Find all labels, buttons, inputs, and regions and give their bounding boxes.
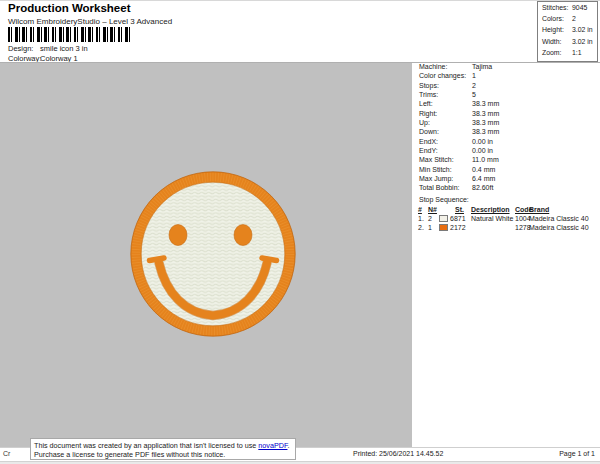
detail-value: 11.0 mm bbox=[472, 156, 499, 163]
machine-details-panel: Machine:Tajima Color changes:1 Stops:2 T… bbox=[415, 63, 600, 194]
detail-label: Max Jump: bbox=[419, 175, 453, 182]
clipped-text: Cr bbox=[3, 450, 10, 457]
seq-brand: Madeira Classic 40 bbox=[529, 224, 589, 231]
stat-colors: Colors: 2 bbox=[538, 15, 597, 26]
detail-label: Left: bbox=[419, 100, 433, 107]
detail-right: Right:38.3 mm bbox=[415, 110, 600, 119]
top-hairline bbox=[0, 0, 600, 1]
notice-text: This document was created by an applicat… bbox=[34, 441, 258, 450]
stat-value: 3.02 in bbox=[572, 26, 593, 33]
stop-sequence-row: 1. 2 6871 Natural White 1004 Madeira Cla… bbox=[415, 215, 600, 224]
stat-label: Width: bbox=[542, 38, 562, 45]
novapdf-link[interactable]: novaPDF bbox=[258, 441, 287, 450]
detail-left: Left:38.3 mm bbox=[415, 100, 600, 109]
notice-line-2: Purchase a license to generate PDF files… bbox=[34, 450, 292, 459]
detail-value: 0.00 in bbox=[472, 147, 493, 154]
design-canvas bbox=[0, 63, 412, 447]
seq-thread-number: 2172 bbox=[450, 224, 466, 231]
detail-label: EndY: bbox=[419, 147, 438, 154]
seq-num: 2. bbox=[418, 224, 424, 231]
detail-value: 38.3 mm bbox=[472, 110, 499, 117]
stat-height: Height: 3.02 in bbox=[538, 26, 597, 37]
detail-min-stitch: Min Stitch:0.4 mm bbox=[415, 166, 600, 175]
novapdf-notice-box: This document was created by an applicat… bbox=[30, 438, 296, 460]
smile-left-cap bbox=[150, 258, 165, 261]
detail-endx: EndX:0.00 in bbox=[415, 138, 600, 147]
detail-label: EndX: bbox=[419, 138, 438, 145]
smile-right-cap bbox=[262, 258, 277, 261]
detail-label: Up: bbox=[419, 119, 430, 126]
detail-label: Total Bobbin: bbox=[419, 184, 459, 191]
stat-value: 3.02 in bbox=[572, 38, 593, 45]
right-eye bbox=[234, 225, 252, 246]
detail-value: 0.4 mm bbox=[472, 166, 495, 173]
seq-brand: Madeira Classic 40 bbox=[529, 215, 589, 222]
stat-stitches: Stitches: 9045 bbox=[538, 4, 597, 15]
production-worksheet-page: Production Worksheet Wilcom EmbroiderySt… bbox=[0, 0, 600, 464]
thread-color-swatch bbox=[439, 224, 448, 231]
detail-max-stitch: Max Stitch:11.0 mm bbox=[415, 156, 600, 165]
detail-value: 5 bbox=[472, 91, 476, 98]
notice-text: . bbox=[287, 441, 289, 450]
detail-endy: EndY:0.00 in bbox=[415, 147, 600, 156]
detail-value: 2 bbox=[472, 82, 476, 89]
detail-value: Tajima bbox=[472, 63, 492, 70]
detail-value: 38.3 mm bbox=[472, 128, 499, 135]
stat-label: Colors: bbox=[542, 15, 564, 22]
stat-label: Zoom: bbox=[542, 49, 562, 56]
stop-sequence-title: Stop Sequence: bbox=[419, 196, 469, 203]
stat-value: 2 bbox=[572, 15, 576, 22]
detail-value: 1 bbox=[472, 72, 476, 79]
design-stats-box: Stitches: 9045 Colors: 2 Height: 3.02 in… bbox=[537, 1, 598, 62]
notice-line-1: This document was created by an applicat… bbox=[34, 441, 292, 450]
detail-label: Color changes: bbox=[419, 72, 466, 79]
detail-value: 6.4 mm bbox=[472, 175, 495, 182]
detail-value: 0.00 in bbox=[472, 138, 493, 145]
detail-value: 82.60ft bbox=[472, 184, 493, 191]
page-title: Production Worksheet bbox=[8, 2, 130, 14]
stop-sequence-row: 2. 1 2172 1278 Madeira Classic 40 bbox=[415, 224, 600, 233]
detail-label: Down: bbox=[419, 128, 439, 135]
detail-stops: Stops:2 bbox=[415, 82, 600, 91]
detail-color-changes: Color changes:1 bbox=[415, 72, 600, 81]
col-description: Description bbox=[471, 206, 510, 213]
detail-label: Machine: bbox=[419, 63, 447, 70]
detail-label: Stops: bbox=[419, 82, 439, 89]
design-row: Design: smile icon 3 in bbox=[8, 44, 88, 53]
col-needle: N# bbox=[428, 206, 437, 213]
stat-label: Height: bbox=[542, 26, 564, 33]
detail-up: Up:38.3 mm bbox=[415, 119, 600, 128]
design-label: Design: bbox=[8, 44, 38, 53]
detail-total-bobbin: Total Bobbin:82.60ft bbox=[415, 184, 600, 193]
smiley-embroidery-preview bbox=[130, 171, 296, 337]
detail-label: Trims: bbox=[419, 91, 438, 98]
stat-zoom: Zoom: 1:1 bbox=[538, 49, 597, 60]
seq-num: 1. bbox=[418, 215, 424, 222]
left-eye bbox=[169, 225, 187, 246]
app-subtitle: Wilcom EmbroideryStudio – Level 3 Advanc… bbox=[8, 17, 172, 26]
barcode-image bbox=[8, 27, 130, 42]
col-num: # bbox=[418, 206, 422, 213]
stat-value: 9045 bbox=[572, 4, 587, 11]
detail-trims: Trims:5 bbox=[415, 91, 600, 100]
detail-value: 38.3 mm bbox=[472, 100, 499, 107]
col-brand: Brand bbox=[529, 206, 549, 213]
stat-value: 1:1 bbox=[572, 49, 582, 56]
stat-label: Stitches: bbox=[542, 4, 568, 11]
detail-label: Max Stitch: bbox=[419, 156, 454, 163]
col-stitch: St. bbox=[455, 206, 464, 213]
thread-color-swatch bbox=[439, 215, 448, 222]
detail-label: Min Stitch: bbox=[419, 166, 452, 173]
detail-machine: Machine:Tajima bbox=[415, 63, 600, 72]
detail-down: Down:38.3 mm bbox=[415, 128, 600, 137]
detail-value: 38.3 mm bbox=[472, 119, 499, 126]
design-value: smile icon 3 in bbox=[40, 44, 88, 53]
printed-timestamp: Printed: 25/06/2021 14.45.52 bbox=[353, 450, 443, 457]
stat-width: Width: 3.02 in bbox=[538, 38, 597, 49]
detail-max-jump: Max Jump:6.4 mm bbox=[415, 175, 600, 184]
seq-description: Natural White bbox=[471, 215, 513, 222]
seq-needle: 1 bbox=[428, 224, 432, 231]
seq-thread-number: 6871 bbox=[450, 215, 466, 222]
page-number: Page 1 of 1 bbox=[559, 450, 595, 457]
seq-needle: 2 bbox=[428, 215, 432, 222]
